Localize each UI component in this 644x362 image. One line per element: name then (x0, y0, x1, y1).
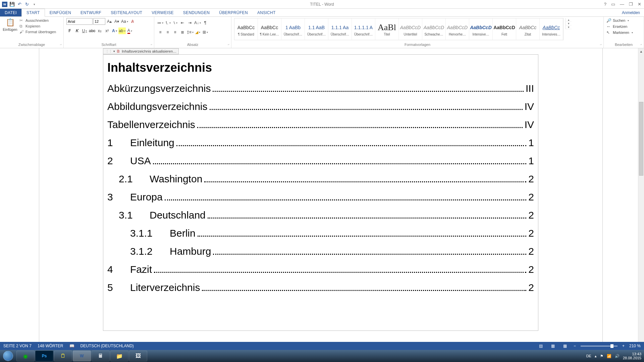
sign-in-link[interactable]: Anmelden (618, 9, 644, 16)
toc-entry[interactable]: 3.1.2Hamburg2 (107, 246, 534, 257)
scroll-thumb[interactable] (639, 102, 643, 176)
taskbar-word[interactable]: W (73, 351, 91, 361)
font-color-button[interactable]: A (126, 27, 133, 34)
style-item[interactable]: AaBbCcIntensives… (540, 18, 563, 40)
toc-entry[interactable]: 3.1.1Berlin2 (107, 228, 534, 239)
toc-entry[interactable]: TabellenverzeichnisIV (107, 119, 534, 130)
font-name-input[interactable] (66, 18, 93, 25)
tab-view[interactable]: ANSICHT (253, 9, 280, 16)
taskbar-calc[interactable]: 🖩 (92, 351, 110, 361)
styles-down-icon[interactable]: ▾ (566, 22, 572, 25)
undo-icon[interactable]: ↶ (17, 2, 22, 7)
subscript-button[interactable]: x₂ (96, 27, 103, 34)
clear-formatting-button[interactable]: A̷ (129, 18, 136, 25)
paste-button[interactable]: 📋 Einfügen (3, 18, 17, 32)
tray-network-icon[interactable]: 📶 (607, 354, 611, 358)
restore-icon[interactable]: ❐ (629, 2, 633, 7)
tab-insert[interactable]: EINFÜGEN (45, 9, 76, 16)
strikethrough-button[interactable]: abc (89, 27, 96, 34)
print-layout-button[interactable]: ▦ (549, 343, 557, 349)
style-item[interactable]: AaBbCcDHervorhe… (446, 18, 469, 40)
toc-entry[interactable]: 3.1Deutschland2 (107, 209, 534, 221)
zoom-slider[interactable] (581, 346, 618, 347)
status-page[interactable]: SEITE 2 VON 7 (3, 344, 32, 348)
toc-entry[interactable]: 1Einleitung1 (107, 137, 534, 148)
style-item[interactable]: 1.1.1.1 AÜberschrif… (352, 18, 375, 40)
redo-icon[interactable]: ↻ (24, 2, 30, 7)
tray-flag-icon[interactable]: ⚑ (600, 354, 603, 358)
qat-customize-icon[interactable]: ▾ (32, 2, 37, 7)
sort-button[interactable]: A↓ (194, 19, 201, 26)
shading-button[interactable]: ◢ (195, 29, 201, 36)
numbering-button[interactable]: ⒈ (164, 19, 171, 26)
style-item[interactable]: AaBbCc¶ Standard (234, 18, 258, 40)
copy-button[interactable]: ⧉Kopieren (19, 24, 56, 28)
taskbar-photos[interactable]: 🖼 (129, 351, 147, 361)
select-button[interactable]: ↖Markieren▾ (606, 30, 641, 35)
toc-field[interactable]: Inhaltsverzeichnis Abkürzungsverzeichnis… (103, 54, 538, 331)
zoom-level[interactable]: 210 % (629, 344, 641, 348)
update-toc-label[interactable]: Inhaltsverzeichnis aktualisieren… (122, 49, 176, 53)
underline-button[interactable]: U (81, 27, 88, 34)
style-item[interactable]: AaBbCc¶ Kein Lee… (258, 18, 281, 40)
tray-clock[interactable]: 13:43 28.08.2015 (623, 352, 641, 360)
grow-font-button[interactable]: A▴ (106, 18, 113, 25)
styles-more-icon[interactable]: ▾ (566, 25, 572, 29)
taskbar-chrome[interactable]: ◉ (16, 351, 35, 361)
font-size-input[interactable] (93, 18, 105, 25)
bullets-button[interactable]: ≔ (157, 19, 164, 26)
toc-entry[interactable]: AbbildungsverzeichnisIV (107, 101, 534, 112)
style-item[interactable]: AaBbCcDIntensive… (469, 18, 493, 40)
vertical-scrollbar[interactable]: ▲ ▼ (638, 48, 644, 354)
tab-references[interactable]: VERWEISE (147, 9, 178, 16)
highlight-button[interactable]: ab (118, 27, 125, 34)
style-item[interactable]: AaBbCcDFett (493, 18, 516, 40)
save-icon[interactable]: 💾 (9, 2, 15, 7)
tab-design[interactable]: ENTWURF (76, 9, 106, 16)
web-layout-button[interactable]: ▩ (561, 343, 569, 349)
taskbar-explorer[interactable]: 📁 (110, 351, 128, 361)
close-icon[interactable]: ✕ (638, 2, 641, 7)
taskbar-photoshop[interactable]: Ps (35, 351, 53, 361)
zoom-in-button[interactable]: + (622, 344, 625, 348)
zoom-out-button[interactable]: − (574, 344, 576, 348)
taskbar-notes[interactable]: 🗒 (54, 351, 72, 361)
cut-button[interactable]: ✂Ausschneiden (19, 18, 56, 23)
multilevel-button[interactable]: ⑊ (172, 19, 178, 26)
increase-indent-button[interactable]: ⇥ (186, 19, 193, 26)
superscript-button[interactable]: x² (104, 27, 110, 34)
format-painter-button[interactable]: 🖌Format übertragen (19, 29, 56, 34)
toc-entry[interactable]: AbkürzungsverzeichnisIII (107, 83, 534, 94)
find-button[interactable]: 🔎Suchen▾ (606, 18, 641, 23)
tab-mailings[interactable]: SENDUNGEN (178, 9, 214, 16)
chevron-down-icon[interactable]: ▾ (113, 50, 115, 53)
style-item[interactable]: AaBbCcZitat (516, 18, 540, 40)
bold-button[interactable]: F (66, 27, 73, 34)
text-effects-button[interactable]: A (111, 27, 118, 34)
align-right-button[interactable]: ≡ (172, 29, 178, 36)
status-words[interactable]: 148 WÖRTER (38, 344, 63, 348)
style-item[interactable]: AaBbCcDUntertitel (399, 18, 422, 40)
toc-entry[interactable]: 4Fazit2 (107, 264, 534, 275)
tab-review[interactable]: ÜBERPRÜFEN (214, 9, 253, 16)
shrink-font-button[interactable]: A▾ (113, 18, 120, 25)
show-marks-button[interactable]: ¶ (202, 19, 209, 26)
start-button[interactable] (0, 350, 16, 362)
tray-show-hidden-icon[interactable]: ▴ (595, 354, 597, 358)
decrease-indent-button[interactable]: ⇤ (179, 19, 186, 26)
toc-field-tab[interactable]: ⋮⋮ ▾ 🗎 Inhaltsverzeichnis aktualisieren… (103, 48, 179, 54)
tray-volume-icon[interactable]: 🔊 (615, 354, 620, 358)
read-mode-button[interactable]: ▤ (537, 343, 545, 349)
justify-button[interactable]: ≣ (179, 29, 186, 36)
style-item[interactable]: 1.1 AaBÜberschrif… (305, 18, 328, 40)
styles-gallery-scroll[interactable]: ▴ ▾ ▾ (566, 18, 572, 29)
minimize-icon[interactable]: — (620, 2, 624, 7)
toc-entry[interactable]: 2USA1 (107, 155, 534, 167)
italic-button[interactable]: K (74, 27, 80, 34)
align-center-button[interactable]: ≡ (164, 29, 171, 36)
borders-button[interactable]: ⊞ (202, 29, 209, 36)
tab-pagelayout[interactable]: SEITENLAYOUT (106, 9, 147, 16)
toc-entry[interactable]: 3Europa2 (107, 191, 534, 203)
replace-button[interactable]: ↔Ersetzen (606, 24, 641, 29)
styles-gallery[interactable]: AaBbCc¶ StandardAaBbCc¶ Kein Lee…1 AaBbÜ… (234, 18, 564, 40)
